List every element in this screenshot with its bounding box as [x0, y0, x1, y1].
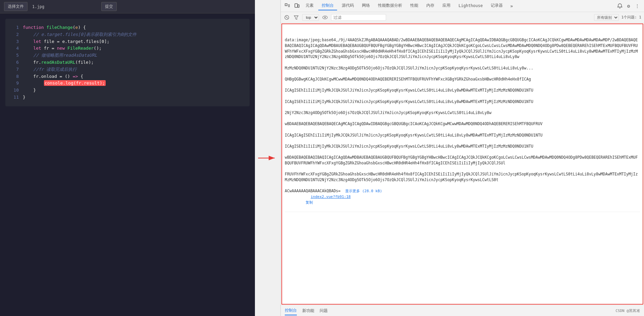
- tab-performance-insights[interactable]: 性能数据分析: [375, 1, 406, 10]
- eye-icon[interactable]: [322, 14, 328, 21]
- line-num-5: 5: [11, 52, 19, 59]
- tab-application[interactable]: 应用: [439, 1, 454, 10]
- punct: }: [23, 87, 36, 94]
- fn-filechange: fileChange: [46, 25, 72, 30]
- code-line-5: 5 // 做缩略图用readAsDataURL: [11, 52, 244, 59]
- bottom-tab-new-features[interactable]: 新功能: [302, 307, 314, 315]
- code-line-4: 4 let fr = new FileReader();: [11, 45, 244, 52]
- more-tabs-icon[interactable]: »: [507, 2, 516, 10]
- code-line-6: 6 fr.readAsDataURL(file);: [11, 59, 244, 66]
- kw-let-1: let: [23, 39, 44, 44]
- line-num-1: 1: [11, 24, 19, 31]
- fn-readasdataurl: readAsDataURL: [41, 60, 75, 65]
- line-num-9: 9: [11, 80, 19, 87]
- var-0: 0: [102, 39, 104, 44]
- console-toolbar: top 所有级别 1个问题: 1: [281, 12, 644, 23]
- kw-let-2: let: [23, 46, 44, 51]
- code-line-8: 8 fr.onload = () => {: [11, 73, 244, 80]
- comment-3: //fr 读取完成后执行: [23, 66, 77, 73]
- kw-arrow: =>: [73, 74, 80, 79]
- punct: );: [89, 60, 94, 65]
- arrow-icon: [258, 153, 278, 163]
- tab-network[interactable]: 网络: [359, 1, 373, 10]
- var-fr3: fr: [23, 74, 39, 79]
- notification-icon-btn[interactable]: [616, 2, 624, 10]
- copy-link[interactable]: 复制: [306, 200, 313, 205]
- punct: ];: [104, 39, 110, 44]
- code-line-7: 7 //fr 读取完成后执行: [11, 66, 244, 73]
- var-onload: onload: [41, 74, 60, 79]
- punct: {: [80, 74, 83, 79]
- line-num-8: 8: [11, 73, 19, 80]
- line-num-10: 10: [11, 87, 19, 94]
- tab-recorder[interactable]: 记录器: [487, 1, 506, 10]
- punct: ) {: [78, 25, 86, 30]
- left-toolbar: 选择文件 1.jpg 提交: [0, 0, 255, 13]
- console-log-text: data:image/jpeg;base64,/9j/4AAQSkZJRgABA…: [285, 37, 640, 211]
- punct: (: [73, 25, 75, 30]
- tab-performance[interactable]: 性能: [407, 1, 422, 10]
- file-name-label: 1.jpg: [32, 4, 44, 9]
- code-line-11: 11 }: [11, 94, 244, 101]
- kw-function: function: [23, 25, 46, 30]
- bottom-right-brand: CSDN @黑苒凇: [615, 308, 640, 313]
- code-line-10: 10 }: [11, 87, 244, 94]
- tab-console[interactable]: 控制台: [318, 1, 337, 10]
- bottom-tab-console[interactable]: 控制台: [285, 306, 297, 315]
- fn-filereader: FileReader: [67, 46, 94, 51]
- log-level-select[interactable]: 所有级别: [594, 14, 619, 21]
- code-line-9: 9 console.log(fr.result);: [11, 80, 244, 87]
- console-log-entry: data:image/jpeg;base64,/9j/4AAQSkZJRgABA…: [285, 37, 640, 212]
- var-file: file: [44, 39, 57, 44]
- highlighted-console-log: console.log(fr.result);: [44, 80, 106, 86]
- comment-1: // e.target.files[0]表示获取到索引为0的文件: [23, 31, 137, 38]
- punct: .: [39, 74, 41, 79]
- var-target: target: [67, 39, 83, 44]
- left-panel: 选择文件 1.jpg 提交 1 function fileChange(e) {…: [0, 0, 255, 316]
- tab-elements[interactable]: 元素: [302, 1, 317, 10]
- filter-icon[interactable]: [293, 14, 300, 21]
- var-fr2: fr: [23, 60, 39, 65]
- tab-memory[interactable]: 内存: [423, 1, 438, 10]
- settings-icon-btn[interactable]: ⚙: [625, 2, 633, 10]
- console-output[interactable]: data:image/jpeg;base64,/9j/4AAQSkZJRgABA…: [282, 24, 643, 304]
- more-options-icon-btn[interactable]: ⋮: [633, 2, 641, 10]
- file-select-button[interactable]: 选择文件: [4, 2, 28, 11]
- var-file2: file: [78, 60, 88, 65]
- line-num-11: 11: [11, 94, 19, 101]
- punct: =: [52, 46, 57, 51]
- clear-console-icon[interactable]: [283, 14, 290, 21]
- device-icon-btn[interactable]: [293, 2, 301, 10]
- devtools-action-icons: ⚙ ⋮: [616, 2, 641, 10]
- kw-new: new: [57, 46, 67, 51]
- code-block: 1 function fileChange(e) { 2 // e.target…: [5, 19, 250, 106]
- filter-input[interactable]: [331, 14, 386, 21]
- console-output-wrapper: data:image/jpeg;base64,/9j/4AAQSkZJRgABA…: [281, 23, 643, 305]
- bottom-tab-issues[interactable]: 问题: [320, 307, 328, 315]
- code-container: 1 function fileChange(e) { 2 // e.target…: [0, 13, 255, 316]
- code-line-2: 2 // e.target.files[0]表示获取到索引为0的文件: [11, 31, 244, 38]
- tab-lighthouse[interactable]: Lighthouse: [455, 2, 486, 10]
- svg-marker-10: [294, 16, 298, 19]
- submit-button[interactable]: 提交: [101, 2, 117, 11]
- line-num-2: 2: [11, 31, 19, 38]
- code-line-3: 3 let file = e.target.files[0];: [11, 38, 244, 45]
- punct: }: [23, 94, 25, 101]
- svg-rect-6: [295, 4, 298, 7]
- svg-rect-2: [285, 4, 287, 6]
- context-select[interactable]: top: [302, 14, 319, 21]
- inspect-icon-btn[interactable]: [283, 2, 291, 10]
- svg-line-9: [286, 16, 288, 18]
- tab-sources[interactable]: 源代码: [338, 1, 357, 10]
- punct: ();: [94, 46, 101, 51]
- console-bottom-bar: 控制台 新功能 问题 CSDN @黑苒凇: [281, 305, 644, 316]
- indent: [23, 81, 44, 86]
- devtools-header: 元素 控制台 源代码 网络 性能数据分析 性能 内存 应用 Lighthouse…: [281, 0, 644, 12]
- issue-count: 1个问题: 1: [622, 15, 642, 20]
- punct: =: [60, 74, 65, 79]
- line-num-3: 3: [11, 38, 19, 45]
- var-files: files: [86, 39, 99, 44]
- console-source-link[interactable]: index2.vue?fb91:18: [311, 195, 351, 199]
- show-more-link[interactable]: 显示更多 (28.0 kB): [345, 189, 382, 193]
- line-num-4: 4: [11, 45, 19, 52]
